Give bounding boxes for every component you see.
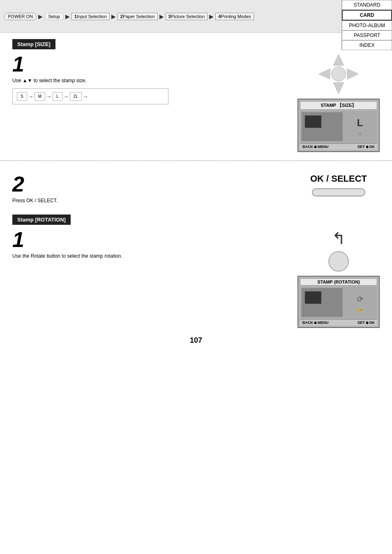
menu-item-index[interactable]: INDEX [342, 40, 392, 50]
setup-label: Setup [44, 13, 64, 20]
nav-arrow-1: ▶ [38, 13, 43, 20]
flow-diagram: S → M → L → 2L → [12, 88, 168, 104]
nav-arrow-5: ▶ [209, 13, 214, 20]
lcd-size-letter: L [357, 117, 363, 129]
lcd-side-1: L ○ [344, 112, 376, 142]
power-on-label: POWER ON [4, 13, 37, 20]
dpad [318, 53, 359, 95]
lcd-image-overlay-1 [305, 115, 321, 128]
back-menu-label-1: MENU [318, 145, 329, 149]
section3-header: Stamp [ROTATION] [12, 215, 71, 225]
rotation-dial[interactable] [328, 251, 349, 272]
nav-arrow-3: ▶ [111, 13, 116, 20]
menu-item-passport[interactable]: PASSPORT [342, 30, 392, 40]
flow-arrow-1: → [28, 93, 34, 100]
nav-flow: POWER ON ▶ Setup ▶ 1Input Selection ▶ 2P… [4, 13, 254, 20]
flow-arrow-2: → [46, 93, 52, 100]
lcd-set-1: SET ◆ OK [357, 145, 375, 149]
step2-left: 2 Press OK / SELECT. [12, 173, 289, 204]
flow-box-s: S [17, 92, 27, 101]
lcd-screen-1: STAMP 【SIZE】 L ○ BACK ◆ MENU [297, 99, 380, 152]
dpad-center[interactable] [331, 67, 346, 81]
step1-row: 1 Use ▲▼ to select the stamp size. S → M… [12, 53, 380, 152]
step3-1-row: 1 Use the Rotate button to select the st… [12, 229, 380, 328]
section1-header: Stamp [SIZE] [12, 39, 55, 49]
step1-text: Use ▲▼ to select the stamp size. [12, 77, 289, 84]
dpad-up[interactable] [333, 53, 344, 66]
lcd-back-2: BACK ◆ MENU [302, 321, 329, 325]
lcd-body-2: ⟳ 🔒 [300, 286, 377, 319]
nav-step1: 1Input Selection [71, 13, 110, 20]
step3-box: 3Picture Selection [166, 13, 208, 20]
flow-box-2l: 2L [70, 92, 82, 101]
lcd-image-overlay-2 [305, 291, 321, 304]
top-nav-bar: POWER ON ▶ Setup ▶ 1Input Selection ▶ 2P… [0, 0, 392, 33]
step1-left: 1 Use ▲▼ to select the stamp size. S → M… [12, 53, 289, 108]
nav-arrow-2: ▶ [65, 13, 70, 20]
dpad-left[interactable] [318, 68, 330, 80]
section3-area: Stamp [ROTATION] 1 Use the Rotate button… [12, 215, 380, 328]
step2-number: 2 [12, 173, 289, 195]
ok-select-title: OK / SELECT [310, 173, 367, 184]
step3-1-right: ↱ STAMP (ROTATION) ⟳ 🔒 BACK [297, 229, 380, 328]
page-number: 107 [0, 336, 392, 345]
rotation-icon: ↱ [332, 229, 346, 248]
lcd-image-2 [302, 288, 343, 317]
step3-1-text: Use the Rotate button to select the stam… [12, 252, 289, 260]
lcd-side-2: ⟳ 🔒 [344, 288, 376, 318]
lcd-screen-2: STAMP (ROTATION) ⟳ 🔒 BACK ◆ MENU [297, 276, 380, 328]
right-menu: STANDARD CARD PHOTO-ALBUM PASSPORT INDEX [341, 0, 392, 50]
flow-arrow-3: → [63, 93, 69, 100]
step4-box: 4Printing Modes [215, 13, 254, 20]
step2-right: OK / SELECT [297, 173, 380, 196]
rotation-symbol: ⟳ [357, 295, 363, 304]
rotation-icon-small: 🔒 [357, 305, 363, 311]
lcd-controls-2: BACK ◆ MENU SET ◆ OK [300, 319, 377, 325]
flow-box-m: M [35, 92, 45, 101]
menu-item-card[interactable]: CARD [342, 10, 392, 21]
flow-arrow-4: → [83, 93, 88, 100]
menu-item-photo-album[interactable]: PHOTO-ALBUM [342, 21, 392, 30]
lcd-controls-1: BACK ◆ MENU SET ◆ OK [300, 143, 377, 150]
rotation-icon-container: ↱ [328, 229, 349, 272]
nav-step4: 4Printing Modes [215, 13, 254, 20]
dpad-down[interactable] [333, 82, 344, 95]
dpad-right[interactable] [347, 68, 359, 80]
lcd-back-1: BACK ◆ MENU [302, 145, 329, 149]
nav-power-on: POWER ON [4, 13, 37, 20]
back-arrow-1: BACK [302, 145, 313, 149]
step3-1-left: 1 Use the Rotate button to select the st… [12, 229, 289, 260]
menu-item-standard[interactable]: STANDARD [342, 0, 392, 10]
dotted-divider [0, 160, 392, 161]
back-menu-arrow-1: ◆ [314, 145, 317, 149]
nav-setup: Setup [44, 13, 64, 20]
flow-box-l: L [53, 92, 62, 101]
step2-box: 2Paper Selection [118, 13, 158, 20]
step3-1-number: 1 [12, 229, 289, 250]
step1-number: 1 [12, 53, 289, 75]
nav-arrow-4: ▶ [159, 13, 164, 20]
lcd-title-2: STAMP (ROTATION) [300, 278, 377, 286]
lcd-body-1: L ○ [300, 111, 377, 143]
step2-section: 2 Press OK / SELECT. OK / SELECT [0, 169, 392, 208]
ok-select-button[interactable] [312, 188, 365, 196]
lcd-size-small: ○ [358, 130, 362, 137]
lcd-set-2: SET ◆ OK [357, 321, 375, 325]
lcd-image-1 [302, 112, 343, 141]
nav-step3: 3Picture Selection [166, 13, 208, 20]
nav-step2: 2Paper Selection [118, 13, 158, 20]
lcd-title-1: STAMP 【SIZE】 [300, 101, 377, 110]
step1-box: 1Input Selection [71, 13, 110, 20]
back-label-2: BACK [302, 321, 313, 325]
step2-text: Press OK / SELECT. [12, 197, 289, 204]
section1-area: Stamp [SIZE] 1 Use ▲▼ to select the stam… [12, 39, 380, 152]
step1-right: STAMP 【SIZE】 L ○ BACK ◆ MENU [297, 53, 380, 152]
